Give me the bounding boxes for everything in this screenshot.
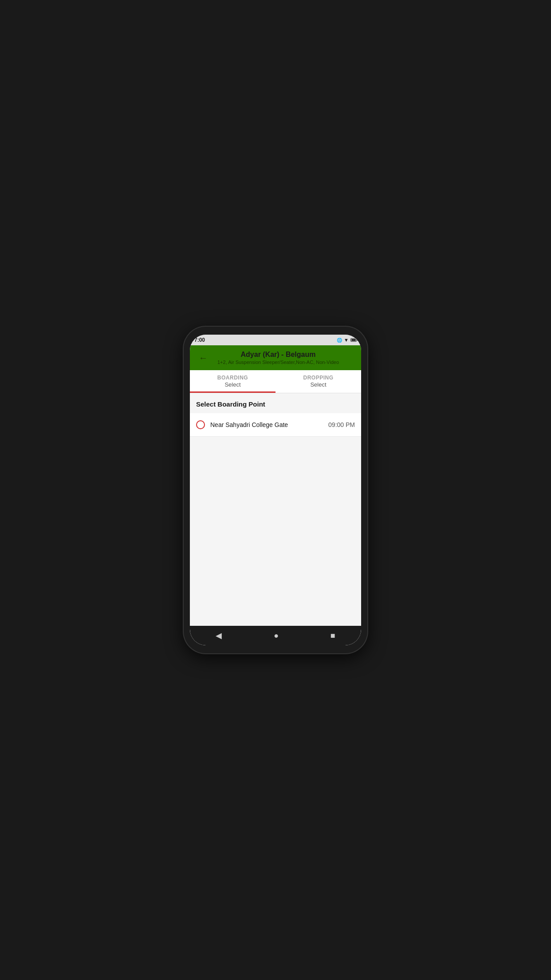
status-time: 7:00 xyxy=(194,337,205,343)
radio-button[interactable] xyxy=(196,420,205,429)
header-text: Adyar (Kar) - Belgaum 1+2, Air Suspensio… xyxy=(215,351,342,365)
header-subtitle: 1+2, Air Suspension Sleeper/Seater,Non-A… xyxy=(215,360,342,365)
back-button[interactable]: ← xyxy=(197,351,209,365)
boarding-list: Near Sahyadri College Gate 09:00 PM xyxy=(190,413,361,437)
boarding-name: Near Sahyadri College Gate xyxy=(210,421,328,428)
tab-boarding-sublabel: Select xyxy=(190,381,276,388)
phone-frame: 7:00 🌐 ▼ ← Adyar (Kar) - Belgaum 1+2, Ai… xyxy=(184,327,367,653)
app-header: ← Adyar (Kar) - Belgaum 1+2, Air Suspens… xyxy=(190,345,361,370)
wifi-icon: ▼ xyxy=(344,337,349,343)
tab-boarding-label: BOARDING xyxy=(190,375,276,381)
tab-dropping[interactable]: DROPPING Select xyxy=(276,370,361,393)
boarding-item[interactable]: Near Sahyadri College Gate 09:00 PM xyxy=(190,413,361,437)
tab-dropping-sublabel: Select xyxy=(276,381,361,388)
phone-screen: 7:00 🌐 ▼ ← Adyar (Kar) - Belgaum 1+2, Ai… xyxy=(190,335,361,645)
tab-dropping-label: DROPPING xyxy=(276,375,361,381)
section-title: Select Boarding Point xyxy=(190,393,361,413)
nav-bar: ◀ ● ■ xyxy=(190,626,361,645)
status-icons: 🌐 ▼ xyxy=(337,337,357,343)
header-title: Adyar (Kar) - Belgaum xyxy=(215,351,342,359)
tabs-container: BOARDING Select DROPPING Select xyxy=(190,370,361,393)
status-bar: 7:00 🌐 ▼ xyxy=(190,335,361,345)
boarding-time: 09:00 PM xyxy=(328,421,355,428)
nav-recent-button[interactable]: ■ xyxy=(322,628,344,644)
nav-back-button[interactable]: ◀ xyxy=(207,627,231,644)
battery-icon xyxy=(350,338,357,342)
content-area: Select Boarding Point Near Sahyadri Coll… xyxy=(190,393,361,626)
world-icon: 🌐 xyxy=(337,338,342,343)
tab-boarding[interactable]: BOARDING Select xyxy=(190,370,276,393)
nav-home-button[interactable]: ● xyxy=(265,628,287,644)
